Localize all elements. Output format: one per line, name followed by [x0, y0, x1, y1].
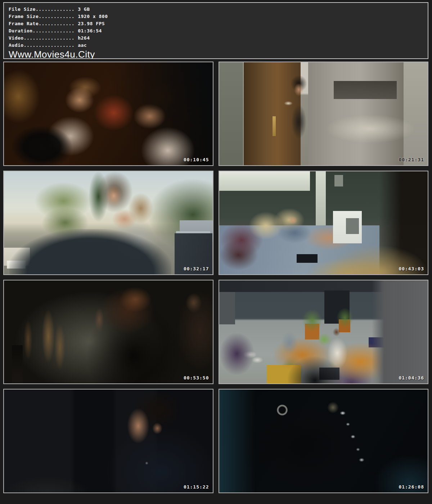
site-watermark: Www.Movies4u.City: [9, 49, 428, 59]
screenshot-thumbnail-4[interactable]: 00:43:03: [219, 171, 429, 275]
media-info-value: 23.98 FPS: [75, 21, 105, 26]
media-info-value: 01:36:54: [75, 28, 102, 33]
media-info-label: Duration..............: [9, 28, 75, 33]
screenshot-thumbnail-6[interactable]: 01:04:36: [219, 280, 429, 384]
screenshot-thumbnail-5[interactable]: 00:53:50: [3, 280, 213, 384]
media-info-line: Frame Rate............23.98 FPS: [9, 20, 428, 27]
screenshot-thumbnail-1[interactable]: 00:10:45: [3, 62, 213, 166]
media-info-line: Video.................h264: [9, 35, 428, 42]
timestamp-overlay: 00:43:03: [399, 266, 424, 271]
media-info-label: Video.................: [9, 35, 75, 41]
media-info-value: h264: [75, 35, 90, 41]
media-info-line: Duration..............01:36:54: [9, 27, 428, 35]
media-info-label: Frame Rate............: [9, 21, 75, 26]
media-info-line: File Size.............3 GB: [9, 6, 428, 13]
timestamp-overlay: 00:21:31: [399, 157, 424, 162]
timestamp-overlay: 01:26:08: [399, 484, 424, 490]
media-info-label: Audio.................: [9, 42, 75, 48]
screenshot-thumbnail-3[interactable]: 00:32:17: [3, 171, 213, 275]
screenshot-thumbnail-8[interactable]: 01:26:08: [219, 389, 429, 493]
media-info-label: Frame Size............: [9, 14, 75, 19]
media-info-value: 1920 x 800: [75, 14, 108, 19]
timestamp-overlay: 01:04:36: [399, 375, 424, 381]
media-info-panel: File Size.............3 GB Frame Size...…: [3, 2, 428, 59]
page: File Size.............3 GB Frame Size...…: [0, 0, 432, 504]
timestamp-overlay: 01:15:22: [184, 484, 209, 490]
media-info-line: Frame Size............1920 x 800: [9, 13, 428, 20]
screenshot-thumbnail-7[interactable]: 01:15:22: [3, 389, 213, 493]
timestamp-overlay: 00:53:50: [184, 375, 209, 381]
timestamp-overlay: 00:32:17: [184, 266, 209, 271]
timestamp-overlay: 00:10:45: [184, 157, 209, 162]
media-info-label: File Size.............: [9, 6, 75, 12]
media-info-value: aac: [75, 42, 87, 48]
media-info-value: 3 GB: [75, 6, 90, 12]
screenshot-grid: 00:10:45 00:21:31 00:32:17 00:43:03 00:5…: [3, 62, 428, 493]
media-info-line: Audio.................aac: [9, 42, 428, 49]
screenshot-thumbnail-2[interactable]: 00:21:31: [219, 62, 429, 166]
